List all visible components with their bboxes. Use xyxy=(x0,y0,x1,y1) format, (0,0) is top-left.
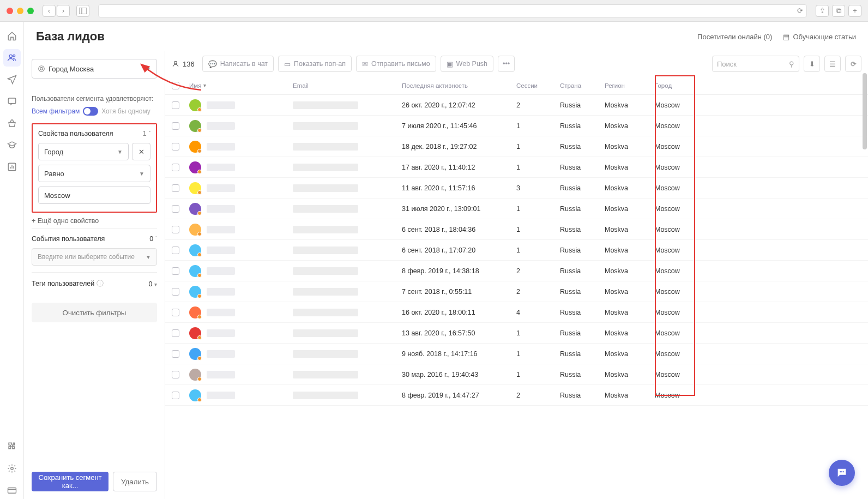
table-row[interactable]: 26 окт. 2020 г., 12:07:42 2 Russia Moskv… xyxy=(165,95,868,116)
avatar xyxy=(189,348,201,360)
new-tab-icon[interactable]: + xyxy=(848,5,861,17)
row-checkbox[interactable] xyxy=(172,226,179,233)
nav-basket-icon[interactable] xyxy=(3,115,21,132)
filter-columns-button[interactable]: ☰ xyxy=(824,56,841,72)
chevron-down-icon[interactable]: ▾ xyxy=(154,281,157,287)
save-segment-button[interactable]: Сохранить сегмент как... xyxy=(32,472,108,491)
table-row[interactable]: 13 авг. 2020 г., 16:57:50 1 Russia Moskv… xyxy=(165,323,868,344)
table-row[interactable]: 9 нояб. 2018 г., 14:17:16 1 Russia Moskv… xyxy=(165,344,868,364)
table-row[interactable]: 31 июля 2020 г., 13:09:01 1 Russia Moskv… xyxy=(165,199,868,219)
table-row[interactable]: 7 сент. 2018 г., 0:55:11 2 Russia Moskva… xyxy=(165,281,868,302)
forward-button[interactable]: › xyxy=(57,5,70,17)
write-chat-button[interactable]: 💬Написать в чат xyxy=(202,56,274,72)
row-checkbox[interactable] xyxy=(172,350,179,358)
chat-fab[interactable] xyxy=(829,460,855,486)
close-window[interactable] xyxy=(7,8,13,14)
refresh-button[interactable]: ⟳ xyxy=(845,56,861,72)
delete-segment-button[interactable]: Удалить xyxy=(113,472,157,491)
table-row[interactable]: 18 дек. 2018 г., 19:27:02 1 Russia Moskv… xyxy=(165,136,868,157)
row-checkbox[interactable] xyxy=(172,143,179,151)
nav-education-icon[interactable] xyxy=(3,136,21,154)
send-email-button[interactable]: ✉Отправить письмо xyxy=(356,56,436,72)
segment-selector[interactable]: Город Москва ▼ xyxy=(32,59,157,79)
table-row[interactable]: 16 окт. 2020 г., 18:00:11 4 Russia Moskv… xyxy=(165,302,868,323)
nav-billing-icon[interactable] xyxy=(3,482,21,499)
show-popup-button[interactable]: ▭Показать поп-ап xyxy=(278,56,352,72)
table-row[interactable]: 6 сент. 2018 г., 17:07:20 1 Russia Moskv… xyxy=(165,240,868,261)
filter-value-input[interactable] xyxy=(38,187,150,204)
filter-mode-all[interactable]: Всем фильтрам xyxy=(32,107,80,115)
nav-send-icon[interactable] xyxy=(3,71,21,88)
row-checkbox[interactable] xyxy=(172,101,179,109)
remove-filter-button[interactable]: ✕ xyxy=(132,143,150,160)
row-checkbox[interactable] xyxy=(172,247,179,254)
visitors-online-link[interactable]: Посетители онлайн (0) xyxy=(697,33,772,41)
clear-filters-button[interactable]: Очистить фильтры xyxy=(32,303,157,322)
popup-icon: ▭ xyxy=(284,60,291,68)
row-checkbox[interactable] xyxy=(172,309,179,316)
help-icon[interactable]: ⓘ xyxy=(97,280,104,287)
activity-cell: 13 авг. 2020 г., 16:57:50 xyxy=(402,329,516,337)
row-checkbox[interactable] xyxy=(172,205,179,213)
row-checkbox[interactable] xyxy=(172,371,179,378)
country-cell: Russia xyxy=(560,226,605,233)
row-checkbox[interactable] xyxy=(172,288,179,296)
back-button[interactable]: ‹ xyxy=(43,5,56,17)
chevron-up-icon[interactable]: ˆ xyxy=(149,131,150,137)
column-region[interactable]: Регион xyxy=(605,82,655,89)
add-property-button[interactable]: + Ещё одно свойство xyxy=(32,214,157,228)
web-push-button[interactable]: ▣Web Push xyxy=(441,56,493,72)
table-row[interactable]: 7 июля 2020 г., 11:45:46 1 Russia Moskva… xyxy=(165,116,868,136)
tutorials-link[interactable]: ▤ Обучающие статьи xyxy=(783,33,856,41)
row-checkbox[interactable] xyxy=(172,267,179,275)
minimize-window[interactable] xyxy=(17,8,23,14)
tabs-icon[interactable]: ⧉ xyxy=(832,5,845,17)
nav-leads-icon[interactable] xyxy=(3,49,21,67)
nav-extensions-icon[interactable] xyxy=(3,438,21,455)
sessions-cell: 2 xyxy=(516,101,560,109)
row-checkbox[interactable] xyxy=(172,329,179,337)
email-redacted xyxy=(293,143,358,151)
column-email[interactable]: Email xyxy=(293,82,402,89)
operator-select[interactable]: Равно ▼ xyxy=(38,165,150,182)
leads-table-area: 136 💬Написать в чат ▭Показать поп-ап ✉От… xyxy=(165,51,868,499)
column-name[interactable]: Имя ▾ xyxy=(189,82,293,89)
table-row[interactable]: 8 февр. 2019 г., 14:38:18 2 Russia Moskv… xyxy=(165,261,868,281)
name-redacted xyxy=(207,205,235,213)
maximize-window[interactable] xyxy=(27,8,34,14)
reload-icon[interactable]: ⟳ xyxy=(797,7,803,15)
column-country[interactable]: Страна xyxy=(560,82,605,89)
row-checkbox[interactable] xyxy=(172,122,179,130)
event-select[interactable]: Введите или выберите событие ▼ xyxy=(32,248,157,266)
region-cell: Moskva xyxy=(605,205,655,213)
share-icon[interactable]: ⇪ xyxy=(816,5,829,17)
row-checkbox[interactable] xyxy=(172,392,179,399)
property-select[interactable]: Город ▼ xyxy=(38,143,129,160)
filter-mode-any[interactable]: Хотя бы одному xyxy=(101,107,150,115)
chevron-up-icon[interactable]: ˆ xyxy=(155,236,157,242)
table-row[interactable]: 6 сент. 2018 г., 18:04:36 1 Russia Moskv… xyxy=(165,219,868,240)
nav-settings-icon[interactable] xyxy=(3,460,21,477)
nav-chat-icon[interactable] xyxy=(3,93,21,110)
table-row[interactable]: 17 авг. 2020 г., 11:40:12 1 Russia Moskv… xyxy=(165,157,868,178)
column-city[interactable]: Город xyxy=(655,82,704,89)
select-all-checkbox[interactable] xyxy=(172,82,179,89)
sidebar-toggle[interactable] xyxy=(76,5,89,17)
scrollbar[interactable] xyxy=(863,73,867,149)
row-checkbox[interactable] xyxy=(172,184,179,192)
filter-mode-switch[interactable] xyxy=(83,107,98,116)
nav-analytics-icon[interactable] xyxy=(3,158,21,176)
address-bar[interactable]: ⟳ xyxy=(98,4,807,17)
row-checkbox[interactable] xyxy=(172,164,179,171)
table-row[interactable]: 8 февр. 2019 г., 14:47:27 2 Russia Moskv… xyxy=(165,385,868,406)
column-activity[interactable]: Последняя активность xyxy=(402,82,516,89)
more-actions-button[interactable]: ••• xyxy=(498,56,515,72)
download-button[interactable]: ⬇ xyxy=(804,56,820,72)
nav-home-icon[interactable] xyxy=(3,27,21,45)
page-header: База лидов Посетители онлайн (0) ▤ Обуча… xyxy=(24,22,868,51)
table-row[interactable]: 30 мар. 2016 г., 19:40:43 1 Russia Moskv… xyxy=(165,364,868,385)
search-input[interactable]: Поиск ⚲ xyxy=(712,56,799,72)
user-properties-block: Свойства пользователя 1ˆ Город ▼ ✕ Равно xyxy=(32,123,157,213)
table-row[interactable]: 11 авг. 2020 г., 11:57:16 3 Russia Moskv… xyxy=(165,178,868,199)
column-sessions[interactable]: Сессии xyxy=(516,82,560,89)
